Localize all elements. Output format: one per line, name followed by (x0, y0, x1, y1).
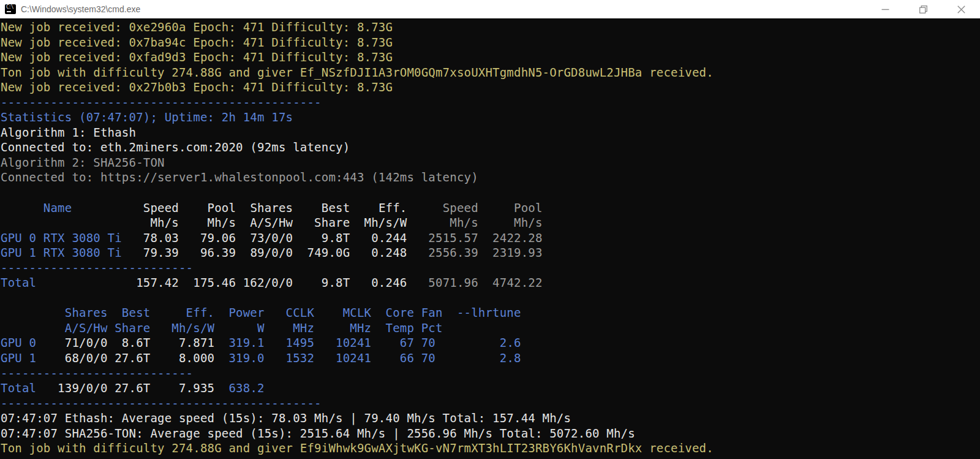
terminal-line (1, 185, 980, 200)
terminal-line: GPU 1 RTX 3080 Ti 79.39 96.39 89/0/0 749… (1, 245, 980, 260)
titlebar[interactable]: C:\ C:\Windows\system32\cmd.exe (0, 0, 980, 18)
restore-icon (919, 6, 927, 13)
terminal-line: 07:47:07 Ethash: Average speed (15s): 78… (1, 411, 980, 426)
close-icon (957, 6, 965, 13)
terminal-line: New job received: 0x27b0b3 Epoch: 471 Di… (1, 80, 980, 95)
terminal-line: Total 139/0/0 27.6T 7.935 638.2 (1, 381, 980, 396)
window-title: C:\Windows\system32\cmd.exe (21, 4, 140, 14)
terminal-line: Connected to: eth.2miners.com:2020 (92ms… (1, 140, 980, 155)
terminal-line: 07:47:07 SHA256-TON: Average speed (15s)… (1, 426, 980, 441)
terminal-line: New job received: 0xfad9d3 Epoch: 471 Di… (1, 50, 980, 65)
terminal-line: Ton job with difficulty 274.88G and give… (1, 441, 980, 456)
restore-button[interactable] (904, 0, 942, 18)
terminal-line: Shares Best Eff. Power CCLK MCLK Core Fa… (1, 305, 980, 321)
caption-buttons (866, 0, 980, 18)
terminal-line: Algorithm 1: Ethash (1, 125, 980, 140)
terminal-line: New job received: 0xe2960a Epoch: 471 Di… (1, 20, 980, 35)
cmd-icon: C:\ (5, 4, 16, 14)
terminal-line: Connected to: https://server1.whalestonp… (1, 170, 980, 185)
terminal-line: GPU 0 71/0/0 8.6T 7.871 319.1 1495 10241… (1, 335, 980, 351)
terminal-line: Total 157.42 175.46 162/0/0 9.8T 0.246 5… (1, 275, 980, 290)
terminal-line: Ton job with difficulty 274.88G and give… (1, 65, 980, 80)
terminal-line: GPU 1 68/0/0 27.6T 8.000 319.0 1532 1024… (1, 351, 980, 366)
terminal-line: Name Speed Pool Shares Best Eff. Speed P… (1, 200, 980, 216)
terminal-line: Algorithm 2: SHA256-TON (1, 155, 980, 170)
terminal-line: GPU 0 RTX 3080 Ti 78.03 79.06 73/0/0 9.8… (1, 230, 980, 246)
terminal-line: --------------------------- (1, 366, 980, 381)
terminal-line: A/S/Hw Share Mh/s/W W MHz MHz Temp Pct (1, 321, 980, 336)
console-output[interactable]: New job received: 0xe2960a Epoch: 471 Di… (0, 18, 980, 459)
terminal-line: ----------------------------------------… (1, 396, 980, 411)
terminal-line: New job received: 0x7ba94c Epoch: 471 Di… (1, 35, 980, 50)
terminal-line (1, 290, 980, 306)
terminal-line: ----------------------------------------… (1, 95, 980, 110)
terminal-line: Mh/s Mh/s A/S/Hw Share Mh/s/W Mh/s Mh/s (1, 215, 980, 230)
minimize-icon (881, 6, 889, 13)
terminal-line: --------------------------- (1, 260, 980, 276)
minimize-button[interactable] (866, 0, 904, 18)
terminal-line: Statistics (07:47:07); Uptime: 2h 14m 17… (1, 110, 980, 125)
close-button[interactable] (942, 0, 980, 18)
cmd-window: { "window": { "title": "C:\\Windows\\sys… (0, 0, 980, 459)
